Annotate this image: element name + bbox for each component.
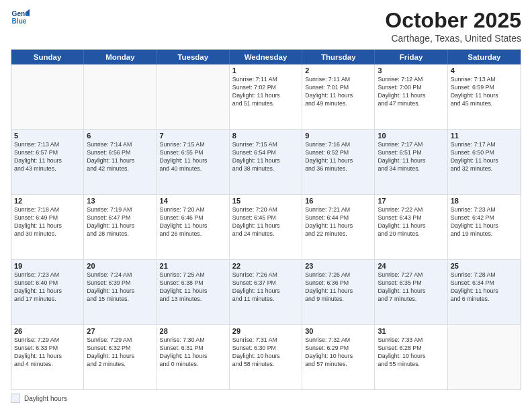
day-header-monday: Monday — [84, 50, 157, 64]
day-cell-27: 27Sunrise: 7:29 AM Sunset: 6:32 PM Dayli… — [84, 325, 157, 390]
day-cell-3: 3Sunrise: 7:12 AM Sunset: 7:00 PM Daylig… — [375, 64, 447, 129]
logo: General Blue — [11, 8, 30, 27]
day-cell-11: 11Sunrise: 7:17 AM Sunset: 6:50 PM Dayli… — [448, 130, 521, 194]
day-info: Sunrise: 7:13 AM Sunset: 6:59 PM Dayligh… — [451, 76, 518, 108]
day-header-saturday: Saturday — [448, 50, 521, 64]
day-number: 27 — [87, 327, 153, 335]
day-info: Sunrise: 7:30 AM Sunset: 6:31 PM Dayligh… — [160, 336, 226, 369]
day-number: 30 — [305, 327, 371, 335]
day-number: 11 — [451, 132, 518, 140]
day-header-wednesday: Wednesday — [230, 50, 302, 64]
day-number: 24 — [378, 262, 444, 270]
day-number: 2 — [305, 66, 371, 75]
day-number: 4 — [451, 66, 518, 75]
day-header-thursday: Thursday — [302, 50, 375, 64]
day-info: Sunrise: 7:33 AM Sunset: 6:28 PM Dayligh… — [378, 336, 444, 369]
day-number: 18 — [451, 197, 518, 205]
day-info: Sunrise: 7:11 AM Sunset: 7:01 PM Dayligh… — [305, 76, 371, 108]
day-info: Sunrise: 7:29 AM Sunset: 6:32 PM Dayligh… — [87, 336, 153, 369]
day-cell-26: 26Sunrise: 7:29 AM Sunset: 6:33 PM Dayli… — [11, 325, 84, 390]
day-info: Sunrise: 7:32 AM Sunset: 6:29 PM Dayligh… — [305, 336, 371, 369]
day-info: Sunrise: 7:29 AM Sunset: 6:33 PM Dayligh… — [14, 336, 81, 369]
day-cell-1: 1Sunrise: 7:11 AM Sunset: 7:02 PM Daylig… — [230, 64, 302, 129]
day-info: Sunrise: 7:23 AM Sunset: 6:40 PM Dayligh… — [14, 271, 81, 304]
day-number: 6 — [87, 132, 153, 140]
day-number: 12 — [14, 197, 81, 205]
day-info: Sunrise: 7:24 AM Sunset: 6:39 PM Dayligh… — [87, 271, 153, 304]
day-number: 21 — [160, 262, 226, 270]
day-cell-20: 20Sunrise: 7:24 AM Sunset: 6:39 PM Dayli… — [84, 260, 157, 324]
day-number: 7 — [160, 132, 226, 140]
calendar: SundayMondayTuesdayWednesdayThursdayFrid… — [11, 49, 521, 390]
day-info: Sunrise: 7:21 AM Sunset: 6:44 PM Dayligh… — [305, 206, 371, 238]
week-row-1: 1Sunrise: 7:11 AM Sunset: 7:02 PM Daylig… — [11, 64, 521, 129]
day-cell-8: 8Sunrise: 7:15 AM Sunset: 6:54 PM Daylig… — [230, 130, 302, 194]
day-info: Sunrise: 7:20 AM Sunset: 6:46 PM Dayligh… — [160, 206, 226, 238]
day-number: 5 — [14, 132, 81, 140]
day-number: 8 — [232, 132, 299, 140]
footer: Daylight hours — [11, 394, 521, 403]
day-number: 20 — [87, 262, 153, 270]
day-number: 17 — [378, 197, 444, 205]
day-number: 9 — [305, 132, 371, 140]
day-cell-7: 7Sunrise: 7:15 AM Sunset: 6:55 PM Daylig… — [157, 130, 230, 194]
day-info: Sunrise: 7:18 AM Sunset: 6:49 PM Dayligh… — [14, 206, 81, 238]
day-cell-10: 10Sunrise: 7:17 AM Sunset: 6:51 PM Dayli… — [375, 130, 447, 194]
day-cell-23: 23Sunrise: 7:26 AM Sunset: 6:36 PM Dayli… — [302, 260, 375, 324]
day-cell-22: 22Sunrise: 7:26 AM Sunset: 6:37 PM Dayli… — [230, 260, 302, 324]
location: Carthage, Texas, United States — [385, 33, 521, 44]
day-number: 26 — [14, 327, 81, 335]
day-cell-6: 6Sunrise: 7:14 AM Sunset: 6:56 PM Daylig… — [84, 130, 157, 194]
day-info: Sunrise: 7:23 AM Sunset: 6:42 PM Dayligh… — [451, 206, 518, 238]
day-info: Sunrise: 7:16 AM Sunset: 6:52 PM Dayligh… — [305, 141, 371, 173]
day-number: 13 — [87, 197, 153, 205]
day-cell-13: 13Sunrise: 7:19 AM Sunset: 6:47 PM Dayli… — [84, 195, 157, 259]
week-row-3: 12Sunrise: 7:18 AM Sunset: 6:49 PM Dayli… — [11, 194, 521, 259]
week-row-2: 5Sunrise: 7:13 AM Sunset: 6:57 PM Daylig… — [11, 129, 521, 194]
day-cell-2: 2Sunrise: 7:11 AM Sunset: 7:01 PM Daylig… — [302, 64, 375, 129]
day-number: 15 — [232, 197, 299, 205]
day-header-sunday: Sunday — [11, 50, 84, 64]
day-number: 29 — [232, 327, 299, 335]
day-cell-4: 4Sunrise: 7:13 AM Sunset: 6:59 PM Daylig… — [448, 64, 521, 129]
svg-text:Blue: Blue — [12, 17, 27, 25]
day-cell-19: 19Sunrise: 7:23 AM Sunset: 6:40 PM Dayli… — [11, 260, 84, 324]
calendar-body: 1Sunrise: 7:11 AM Sunset: 7:02 PM Daylig… — [11, 64, 521, 390]
day-cell-31: 31Sunrise: 7:33 AM Sunset: 6:28 PM Dayli… — [375, 325, 447, 390]
day-cell-28: 28Sunrise: 7:30 AM Sunset: 6:31 PM Dayli… — [157, 325, 230, 390]
day-info: Sunrise: 7:19 AM Sunset: 6:47 PM Dayligh… — [87, 206, 153, 238]
day-cell-15: 15Sunrise: 7:20 AM Sunset: 6:45 PM Dayli… — [230, 195, 302, 259]
day-info: Sunrise: 7:31 AM Sunset: 6:30 PM Dayligh… — [232, 336, 299, 369]
day-number: 14 — [160, 197, 226, 205]
empty-cell — [84, 64, 157, 129]
day-info: Sunrise: 7:27 AM Sunset: 6:35 PM Dayligh… — [378, 271, 444, 304]
day-info: Sunrise: 7:26 AM Sunset: 6:37 PM Dayligh… — [232, 271, 299, 304]
day-cell-16: 16Sunrise: 7:21 AM Sunset: 6:44 PM Dayli… — [302, 195, 375, 259]
day-cell-18: 18Sunrise: 7:23 AM Sunset: 6:42 PM Dayli… — [448, 195, 521, 259]
empty-cell — [448, 325, 521, 390]
day-info: Sunrise: 7:11 AM Sunset: 7:02 PM Dayligh… — [232, 76, 299, 108]
day-info: Sunrise: 7:15 AM Sunset: 6:55 PM Dayligh… — [160, 141, 226, 173]
empty-cell — [157, 64, 230, 129]
month-title: October 2025 — [385, 8, 521, 33]
empty-cell — [11, 64, 84, 129]
day-number: 10 — [378, 132, 444, 140]
day-number: 23 — [305, 262, 371, 270]
day-header-friday: Friday — [375, 50, 447, 64]
day-cell-12: 12Sunrise: 7:18 AM Sunset: 6:49 PM Dayli… — [11, 195, 84, 259]
day-info: Sunrise: 7:17 AM Sunset: 6:51 PM Dayligh… — [378, 141, 444, 173]
title-block: October 2025 Carthage, Texas, United Sta… — [385, 8, 521, 44]
day-info: Sunrise: 7:15 AM Sunset: 6:54 PM Dayligh… — [232, 141, 299, 173]
logo-icon: General Blue — [11, 8, 30, 27]
day-info: Sunrise: 7:12 AM Sunset: 7:00 PM Dayligh… — [378, 76, 444, 108]
day-number: 31 — [378, 327, 444, 335]
day-number: 16 — [305, 197, 371, 205]
day-number: 19 — [14, 262, 81, 270]
day-cell-14: 14Sunrise: 7:20 AM Sunset: 6:46 PM Dayli… — [157, 195, 230, 259]
day-cell-29: 29Sunrise: 7:31 AM Sunset: 6:30 PM Dayli… — [230, 325, 302, 390]
day-info: Sunrise: 7:17 AM Sunset: 6:50 PM Dayligh… — [451, 141, 518, 173]
day-cell-21: 21Sunrise: 7:25 AM Sunset: 6:38 PM Dayli… — [157, 260, 230, 324]
day-number: 25 — [451, 262, 518, 270]
day-info: Sunrise: 7:26 AM Sunset: 6:36 PM Dayligh… — [305, 271, 371, 304]
day-number: 1 — [232, 66, 299, 75]
